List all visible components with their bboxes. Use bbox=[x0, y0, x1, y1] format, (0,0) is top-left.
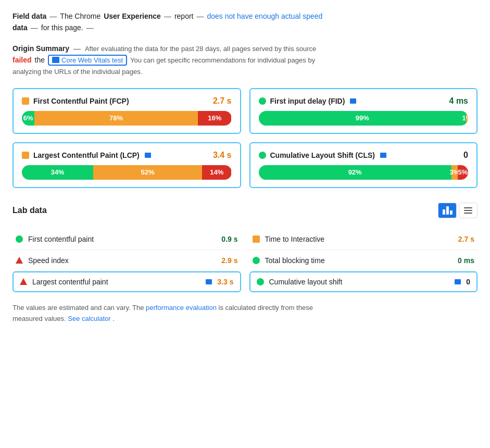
cwv-badge[interactable]: Core Web Vitals test bbox=[48, 55, 127, 66]
field-metrics-grid: First Contentful Paint (FCP) 2.7 s 6% 78… bbox=[12, 88, 478, 188]
lab-cls-flag-icon bbox=[455, 279, 461, 284]
fcp-bar-green: 6% bbox=[22, 111, 34, 126]
cls-card: Cumulative Layout Shift (CLS) 0 92% 3% 5… bbox=[249, 142, 478, 188]
lab-tti-icon bbox=[253, 235, 260, 243]
lcp-bar-orange: 52% bbox=[93, 165, 202, 180]
list-icon bbox=[464, 207, 472, 214]
data-label: data bbox=[12, 22, 28, 33]
field-data-label: Field data bbox=[12, 10, 46, 22]
footer-text1: The values are estimated and can vary. T… bbox=[12, 304, 144, 312]
for-page-label: for this page. bbox=[41, 22, 83, 33]
lab-si-icon bbox=[16, 257, 23, 264]
failed-label: failed bbox=[12, 56, 32, 64]
fid-title-group: First input delay (FID) bbox=[259, 97, 357, 105]
lab-tbt-row: Total blocking time 0 ms bbox=[249, 250, 478, 271]
lab-tti-value: 2.7 s bbox=[458, 235, 474, 243]
lab-si-value: 2.9 s bbox=[221, 256, 237, 265]
origin-desc: After evaluating the data for the past 2… bbox=[85, 45, 316, 53]
lab-fcp-value: 0.9 s bbox=[221, 235, 237, 243]
the-chrome-label: The Chrome bbox=[60, 10, 100, 22]
footer: The values are estimated and can vary. T… bbox=[12, 303, 478, 325]
lcp-title-group: Largest Contentful Paint (LCP) bbox=[22, 151, 151, 159]
the-label: the bbox=[35, 56, 45, 64]
lcp-title: Largest Contentful Paint (LCP) bbox=[33, 151, 140, 159]
bar3 bbox=[450, 210, 453, 215]
lab-lcp-flag-icon bbox=[206, 279, 212, 284]
cls-icon bbox=[259, 152, 266, 159]
fcp-icon bbox=[22, 97, 29, 105]
lab-cls-icon bbox=[257, 278, 264, 285]
cwv-flag-icon bbox=[52, 57, 59, 63]
lab-col-right: Time to Interactive 2.7 s Total blocking… bbox=[249, 229, 478, 292]
lab-tti-row: Time to Interactive 2.7 s bbox=[249, 229, 478, 250]
lab-controls[interactable] bbox=[438, 203, 478, 218]
lcp-icon bbox=[22, 152, 29, 159]
performance-evaluation-link[interactable]: performance evaluation bbox=[146, 304, 217, 312]
lab-lcp-row: Largest contentful paint 3.3 s bbox=[12, 271, 241, 292]
see-calculator-link[interactable]: See calculator bbox=[68, 315, 110, 322]
cls-bar: 92% 3% 5% bbox=[259, 165, 469, 180]
origin-extra: You can get specific recommendations for… bbox=[130, 56, 315, 64]
cls-bar-red: 5% bbox=[458, 165, 468, 180]
fid-title: First input delay (FID) bbox=[270, 97, 345, 105]
lab-header: Lab data bbox=[12, 203, 478, 218]
bar1 bbox=[443, 209, 445, 215]
fcp-title-group: First Contentful Paint (FCP) bbox=[22, 97, 129, 105]
bar2 bbox=[446, 206, 449, 215]
does-not-label: does not have enough actual speed bbox=[207, 10, 322, 22]
cls-flag-icon bbox=[380, 153, 386, 158]
chart-icon bbox=[443, 206, 453, 215]
report-label: report bbox=[174, 10, 194, 22]
dash2: — bbox=[164, 10, 171, 22]
lab-lcp-icon bbox=[20, 278, 27, 285]
chart-view-button[interactable] bbox=[438, 203, 457, 218]
fid-card: First input delay (FID) 4 ms 99% 1% bbox=[249, 88, 478, 134]
lab-si-row: Speed index 2.9 s bbox=[12, 250, 241, 271]
list-view-button[interactable] bbox=[459, 203, 478, 218]
lab-fcp-icon bbox=[16, 235, 23, 243]
origin-extra2: analyzing the URLs of the individual pag… bbox=[12, 68, 478, 76]
fcp-bar: 6% 78% 16% bbox=[22, 111, 232, 126]
fcp-title: First Contentful Paint (FCP) bbox=[33, 97, 129, 105]
lab-si-label: Speed index bbox=[28, 256, 216, 265]
footer-text3: measured values. bbox=[12, 315, 66, 322]
fid-bar-orange: 1% bbox=[466, 111, 468, 126]
line3 bbox=[464, 213, 472, 214]
lab-tbt-value: 0 ms bbox=[458, 256, 474, 265]
lab-tti-label: Time to Interactive bbox=[265, 235, 453, 243]
origin-dash: — bbox=[73, 44, 81, 53]
cls-title-group: Cumulative Layout Shift (CLS) bbox=[259, 151, 386, 159]
dash4: — bbox=[31, 22, 38, 33]
dash3: — bbox=[196, 10, 204, 22]
lcp-flag-icon bbox=[145, 153, 151, 158]
lcp-bar-green: 34% bbox=[22, 165, 93, 180]
origin-title: Origin Summary bbox=[12, 44, 69, 53]
header: Field data — The Chrome User Experience … bbox=[12, 10, 478, 34]
footer-text4: . bbox=[112, 315, 115, 322]
lab-col-left: First contentful paint 0.9 s Speed index… bbox=[12, 229, 241, 292]
fid-bar: 99% 1% bbox=[259, 111, 469, 126]
cls-title: Cumulative Layout Shift (CLS) bbox=[270, 151, 375, 159]
lab-cls-row: Cumulative layout shift 0 bbox=[249, 271, 478, 292]
user-experience-label: User Experience bbox=[104, 10, 161, 22]
dash5: — bbox=[86, 22, 94, 33]
lab-tbt-label: Total blocking time bbox=[265, 256, 453, 265]
lab-fcp-label: First contentful paint bbox=[28, 235, 216, 243]
fcp-card: First Contentful Paint (FCP) 2.7 s 6% 78… bbox=[12, 88, 241, 134]
lab-lcp-value: 3.3 s bbox=[217, 278, 233, 286]
lcp-card: Largest Contentful Paint (LCP) 3.4 s 34%… bbox=[12, 142, 241, 188]
fid-flag-icon bbox=[350, 98, 356, 104]
lab-title: Lab data bbox=[12, 206, 47, 215]
line2 bbox=[464, 210, 472, 211]
lcp-value: 3.4 s bbox=[213, 151, 232, 160]
fcp-value: 2.7 s bbox=[213, 96, 232, 106]
lcp-bar-red: 14% bbox=[202, 165, 231, 180]
footer-text2: is calculated directly from these bbox=[219, 304, 313, 312]
lab-tbt-icon bbox=[253, 257, 260, 264]
lab-cls-label: Cumulative layout shift bbox=[269, 278, 448, 286]
cls-bar-green: 92% bbox=[259, 165, 451, 180]
lab-metrics-pair: First contentful paint 0.9 s Speed index… bbox=[12, 229, 478, 292]
dash1: — bbox=[49, 10, 57, 22]
origin-summary-section: Origin Summary — After evaluating the da… bbox=[12, 44, 478, 76]
lab-fcp-row: First contentful paint 0.9 s bbox=[12, 229, 241, 250]
